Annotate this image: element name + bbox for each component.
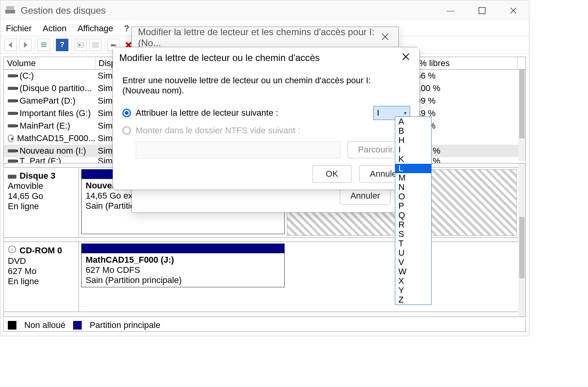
cdrom-part-size: 627 Mo CDFS bbox=[86, 265, 280, 275]
window-controls: — bbox=[435, 0, 529, 21]
svg-point-2 bbox=[13, 11, 14, 13]
menu-action[interactable]: Action bbox=[43, 23, 66, 34]
col-volume[interactable]: Volume bbox=[4, 57, 95, 69]
minimize-button[interactable]: — bbox=[435, 0, 466, 21]
cdrom-type: DVD bbox=[8, 256, 75, 266]
drive-letter-option[interactable]: P bbox=[395, 201, 431, 211]
drive-letter-option[interactable]: O bbox=[395, 192, 431, 201]
menu-view[interactable]: Affichage bbox=[77, 23, 113, 34]
mount-folder-path-input[interactable] bbox=[136, 141, 341, 158]
window-title: Gestion des disques bbox=[21, 5, 106, 16]
cdrom-size: 627 Mo bbox=[8, 266, 75, 276]
ok-button[interactable]: OK bbox=[312, 165, 351, 183]
svg-rect-6 bbox=[41, 42, 47, 43]
svg-point-19 bbox=[11, 249, 13, 250]
drive-letter-option[interactable]: R bbox=[395, 220, 431, 229]
dialog-change-letter-or-path: Modifier la lettre de lecteur ou le chem… bbox=[113, 47, 420, 190]
help-button[interactable]: ? bbox=[56, 39, 68, 51]
dialog-parent-close-icon[interactable] bbox=[378, 32, 392, 43]
titlebar: Gestion des disques — bbox=[0, 0, 529, 21]
cdrom-status: En ligne bbox=[8, 276, 75, 287]
cdrom-panel[interactable]: CD-ROM 0 DVD 627 Mo En ligne bbox=[4, 242, 79, 312]
menu-help[interactable]: ? bbox=[124, 23, 129, 34]
drive-letter-option[interactable]: Y bbox=[395, 286, 431, 295]
menu-file[interactable]: Fichier bbox=[6, 23, 32, 34]
svg-rect-17 bbox=[8, 175, 16, 179]
maximize-button[interactable] bbox=[466, 0, 498, 21]
drive-letter-option[interactable]: K bbox=[395, 154, 431, 164]
hdd-icon bbox=[8, 149, 16, 152]
drive-letter-option[interactable]: Z bbox=[395, 295, 431, 305]
radio-mount-folder[interactable] bbox=[122, 126, 131, 135]
hdd-icon bbox=[8, 159, 16, 163]
hdd-icon bbox=[8, 124, 16, 127]
disk3-title: Disque 3 bbox=[20, 171, 56, 181]
hdd-icon bbox=[8, 87, 16, 90]
close-button[interactable] bbox=[498, 0, 529, 21]
table-scrollbar[interactable] bbox=[518, 70, 525, 161]
svg-rect-8 bbox=[41, 46, 47, 47]
cdrom-title: CD-ROM 0 bbox=[20, 245, 62, 256]
svg-rect-11 bbox=[93, 43, 98, 44]
legend-primary: Partition principale bbox=[90, 320, 160, 330]
drive-letter-option[interactable]: U bbox=[395, 248, 431, 258]
volume-name: Important files (G:) bbox=[20, 108, 91, 118]
dialog-child-close-icon[interactable] bbox=[398, 52, 413, 63]
disk3-type: Amovible bbox=[8, 181, 75, 191]
option-assign-letter-label: Attribuer la lettre de lecteur suivante … bbox=[136, 108, 278, 118]
drive-letter-option[interactable]: Q bbox=[395, 211, 431, 220]
drive-letter-option[interactable]: V bbox=[395, 258, 431, 267]
drive-letter-dropdown-list[interactable]: ABHIKLMNOPQRSTUVWXYZ bbox=[395, 116, 432, 305]
disk-area-scrollbar[interactable] bbox=[518, 163, 525, 317]
volume-name: MathCAD15_F000... bbox=[17, 133, 95, 143]
hdd-icon bbox=[8, 99, 16, 102]
chevron-down-icon: ▾ bbox=[404, 110, 407, 116]
forward-button[interactable] bbox=[19, 39, 32, 51]
svg-point-14 bbox=[115, 44, 117, 46]
drive-letter-option[interactable]: N bbox=[395, 183, 431, 192]
drive-letter-option[interactable]: W bbox=[395, 267, 431, 276]
option-assign-letter[interactable]: Attribuer la lettre de lecteur suivante … bbox=[122, 108, 278, 118]
radio-assign-letter[interactable] bbox=[122, 109, 131, 117]
drive-letter-selected: I bbox=[377, 108, 379, 118]
disk3-status: En ligne bbox=[8, 201, 75, 211]
legend-swatch-primary bbox=[73, 321, 82, 330]
cdrom-part-name: MathCAD15_F000 (J:) bbox=[86, 255, 280, 265]
hdd-icon bbox=[8, 74, 16, 77]
disk3-panel[interactable]: Disque 3 Amovible 14,65 Go En ligne bbox=[4, 168, 79, 237]
drive-letter-option[interactable]: T bbox=[395, 239, 431, 248]
drive-letter-option[interactable]: B bbox=[395, 126, 431, 136]
volume-name: (C:) bbox=[20, 71, 34, 81]
drive-letter-option[interactable]: L bbox=[395, 164, 431, 173]
cdrom-partition[interactable]: MathCAD15_F000 (J:) 627 Mo CDFS Sain (Pa… bbox=[81, 253, 285, 287]
graphical-view-button[interactable] bbox=[89, 39, 102, 51]
back-button[interactable] bbox=[4, 39, 17, 51]
drive-letter-option[interactable]: I bbox=[395, 145, 431, 154]
view-details-button[interactable] bbox=[38, 39, 50, 51]
dialog-parent-title: Modifier la lettre de lecteur et les che… bbox=[138, 27, 378, 48]
drive-letter-option[interactable]: S bbox=[395, 229, 431, 239]
col-pct-free[interactable]: % libres bbox=[416, 57, 518, 69]
partition-header-bar bbox=[81, 244, 285, 253]
drive-letter-option[interactable]: M bbox=[395, 173, 431, 183]
drive-letter-option[interactable]: A bbox=[395, 117, 431, 126]
svg-rect-1 bbox=[6, 6, 14, 9]
svg-point-18 bbox=[9, 246, 16, 253]
volume-name: GamePart (D:) bbox=[20, 96, 75, 106]
cd-icon bbox=[8, 245, 16, 256]
svg-rect-7 bbox=[41, 44, 47, 45]
list-view-button[interactable] bbox=[74, 39, 87, 51]
volume-name: (Disque 0 partitio... bbox=[20, 83, 92, 93]
disk-management-icon bbox=[4, 5, 16, 16]
cdrom-part-status: Sain (Partition principale) bbox=[86, 275, 280, 285]
dialog-child-title: Modifier la lettre de lecteur ou le chem… bbox=[119, 52, 320, 63]
dialog-child-prompt: Entrer une nouvelle lettre de lecteur ou… bbox=[122, 75, 410, 96]
hdd-icon bbox=[8, 112, 16, 115]
volume-name: MainPart (E:) bbox=[20, 121, 70, 131]
legend-swatch-unallocated bbox=[8, 321, 16, 330]
drive-letter-option[interactable]: H bbox=[395, 136, 431, 145]
option-mount-folder-label: Monter dans le dossier NTFS vide suivant… bbox=[136, 125, 300, 136]
legend: Non alloué Partition principale bbox=[4, 319, 526, 332]
drive-letter-option[interactable]: X bbox=[395, 276, 431, 286]
volume-name: Nouveau nom (I:) bbox=[20, 146, 86, 156]
